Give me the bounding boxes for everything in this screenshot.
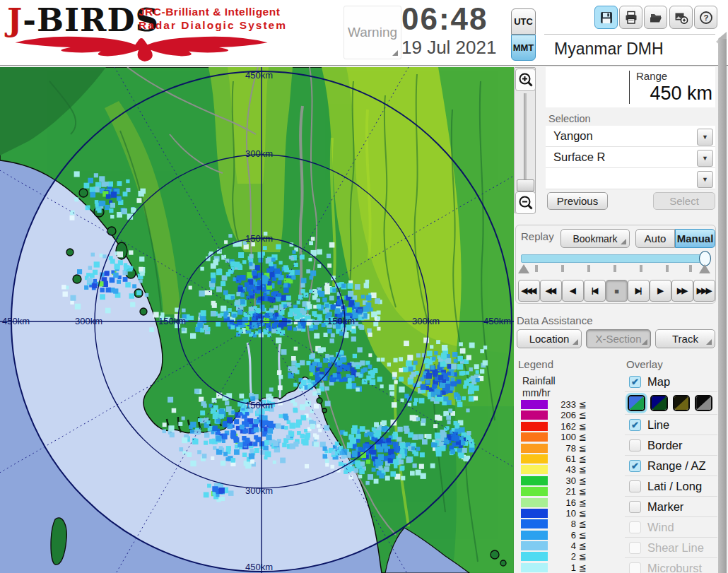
range-ring-label: 300km [245,485,273,496]
replay-slider-end-marker[interactable] [699,264,710,273]
map-style-swatch-2[interactable] [650,395,668,411]
overlay-label-microburst: Microburst [647,562,702,573]
print-button[interactable] [619,6,642,29]
bookmark-button[interactable]: Bookmark [560,229,630,248]
replay-slider-track[interactable] [521,254,706,263]
auto-button[interactable]: Auto [635,229,675,248]
fast-rewind-button[interactable]: ◀◀ [540,280,562,302]
warning-button[interactable]: Warning [344,6,401,59]
selection-site-dropdown[interactable]: Yangon ▼ [546,126,715,147]
legend-value: 6 [552,530,576,540]
skip-to-start-button[interactable]: ◀◀◀ [518,280,540,302]
stop-button[interactable]: ■ [606,280,628,302]
legend-row: 43≦ [521,465,592,474]
x-section-button[interactable]: X-Section [586,329,651,348]
help-button[interactable]: ? [694,6,717,29]
legend-row: 1≦ [521,563,592,572]
map-style-swatches [625,392,717,415]
track-button[interactable]: Track [655,329,715,348]
radar-map[interactable]: 450km300km150km150km300km450km450km300km… [0,67,514,573]
location-button[interactable]: Location [517,329,582,348]
legend-operator: ≦ [579,508,587,519]
legend-value: 21 [552,486,576,497]
legend-row: 78≦ [521,444,592,453]
fast-forward-button[interactable]: ▶▶ [671,280,693,302]
slider-tick [689,265,692,272]
select-button[interactable]: Select [653,192,715,210]
legend-color-swatch [521,410,548,420]
manual-button[interactable]: Manual [675,229,715,248]
playback-controls: ◀◀◀◀◀◀|◀■▶|▶▶▶▶▶▶ [518,280,715,302]
checkbox-lati-long[interactable] [629,480,641,492]
slider-tick [561,265,564,272]
zoom-in-button[interactable] [515,69,536,91]
overlay-label-marker: Marker [647,500,683,514]
replay-slider-start-marker[interactable] [518,264,529,273]
legend-value: 1 [552,562,576,573]
auto-label: Auto [645,232,667,244]
checkbox-border[interactable] [629,439,641,451]
legend-color-swatch [521,432,548,442]
map-style-swatch-1[interactable] [628,395,645,411]
range-ring-label: 450km [245,70,273,81]
legend-value: 4 [552,540,576,551]
step-back-button[interactable]: |◀ [584,280,606,302]
checkbox-marker[interactable] [629,501,641,513]
legend-value: 43 [552,464,576,475]
legend-operator: ≦ [579,432,587,442]
zoom-slider-track[interactable] [524,93,527,185]
header-divider [544,34,715,35]
checkbox-map[interactable]: ✔ [629,376,641,388]
svg-text:?: ? [703,13,708,22]
chevron-down-icon[interactable]: ▼ [697,129,713,146]
map-style-swatch-3[interactable] [673,395,691,411]
overlay-title: Overlay [626,358,663,370]
zoom-slider-thumb[interactable] [517,179,534,191]
legend-operator: ≦ [579,540,587,551]
previous-button[interactable]: Previous [547,192,608,210]
top-bar: J-BIRDS JRC-Brilliant & Intelligent Rada… [0,0,728,66]
checkbox-wind [629,521,641,533]
selection-extra-dropdown[interactable]: ▼ [546,168,715,189]
timezone-mmt-button[interactable]: MMT [511,35,536,61]
step-forward-button[interactable]: ▶| [628,280,650,302]
play-button[interactable]: ▶ [650,280,671,302]
legend-color-swatch [521,454,548,463]
selection-product-dropdown[interactable]: Surface R ▼ [546,147,715,168]
print-icon [624,11,638,25]
replay-label: Replay [521,230,554,242]
clock-time: 06:48 [401,1,507,37]
legend-operator: ≦ [579,421,587,432]
legend-value: 30 [552,475,576,486]
slider-tick [640,265,642,272]
overlay-row-range-az: ✔Range / AZ [625,456,717,476]
add-image-button[interactable] [669,6,693,29]
rewind-button[interactable]: ◀ [562,280,584,302]
overlay-row-microburst: Microburst [625,558,717,573]
selection-product-value: Surface R [553,150,605,164]
legend-color-swatch [521,509,548,518]
range-ring-label: 450km [483,316,511,326]
legend-color-swatch [521,531,548,540]
checkbox-microburst [629,562,641,573]
zoom-out-button[interactable] [515,191,536,214]
legend-row: 233≦ [521,400,592,409]
legend-color-swatch [521,422,548,431]
open-folder-button[interactable] [644,6,667,29]
range-ring-label: 300km [245,148,273,159]
map-style-swatch-4[interactable] [695,395,712,411]
skip-to-end-button[interactable]: ▶▶▶ [693,280,715,302]
timezone-utc-button[interactable]: UTC [511,8,536,35]
track-label: Track [672,333,698,345]
selection-label: Selection [548,113,591,124]
chevron-down-icon[interactable]: ▼ [697,150,713,167]
checkbox-line[interactable]: ✔ [629,419,641,431]
checkbox-range-az[interactable]: ✔ [629,460,641,472]
station-title: Myanmar DMH [554,40,664,59]
chevron-down-icon[interactable]: ▼ [697,171,713,188]
eagle-logo-icon [10,33,273,62]
panel-edge-scrollbar[interactable] [718,39,727,573]
range-ring-label: 450km [245,562,273,572]
save-button[interactable] [594,6,618,29]
legend-title: Legend [518,358,553,370]
